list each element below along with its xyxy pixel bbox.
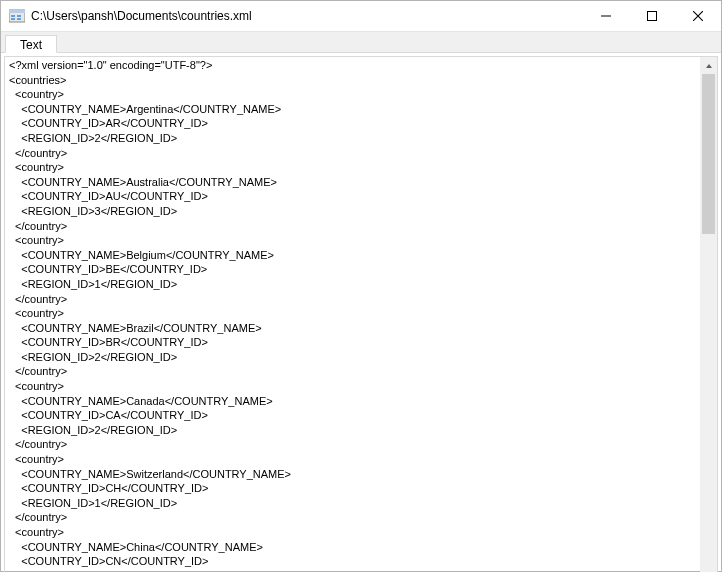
vertical-scroll-track[interactable] (700, 74, 717, 572)
content-area: <?xml version="1.0" encoding="UTF-8"?> <… (1, 53, 721, 572)
titlebar[interactable]: C:\Users\pansh\Documents\countries.xml (1, 1, 721, 32)
close-button[interactable] (675, 1, 721, 31)
scroll-up-button[interactable] (700, 57, 717, 74)
svg-rect-5 (17, 18, 21, 20)
svg-rect-1 (9, 10, 25, 13)
svg-rect-3 (17, 15, 21, 17)
minimize-button[interactable] (583, 1, 629, 31)
xml-text-view[interactable]: <?xml version="1.0" encoding="UTF-8"?> <… (5, 57, 717, 572)
vertical-scroll-thumb[interactable] (702, 74, 715, 234)
maximize-button[interactable] (629, 1, 675, 31)
app-window: C:\Users\pansh\Documents\countries.xml T… (0, 0, 722, 572)
app-icon (9, 8, 25, 24)
tab-text-label: Text (20, 38, 42, 52)
svg-rect-7 (648, 12, 657, 21)
tab-text[interactable]: Text (5, 35, 57, 53)
window-controls (583, 1, 721, 31)
window-title: C:\Users\pansh\Documents\countries.xml (31, 9, 583, 23)
vertical-scrollbar[interactable] (700, 57, 717, 572)
svg-rect-2 (11, 15, 15, 17)
tabstrip: Text (1, 32, 721, 53)
text-panel: <?xml version="1.0" encoding="UTF-8"?> <… (4, 56, 718, 572)
svg-rect-4 (11, 18, 15, 20)
svg-rect-6 (601, 16, 611, 17)
